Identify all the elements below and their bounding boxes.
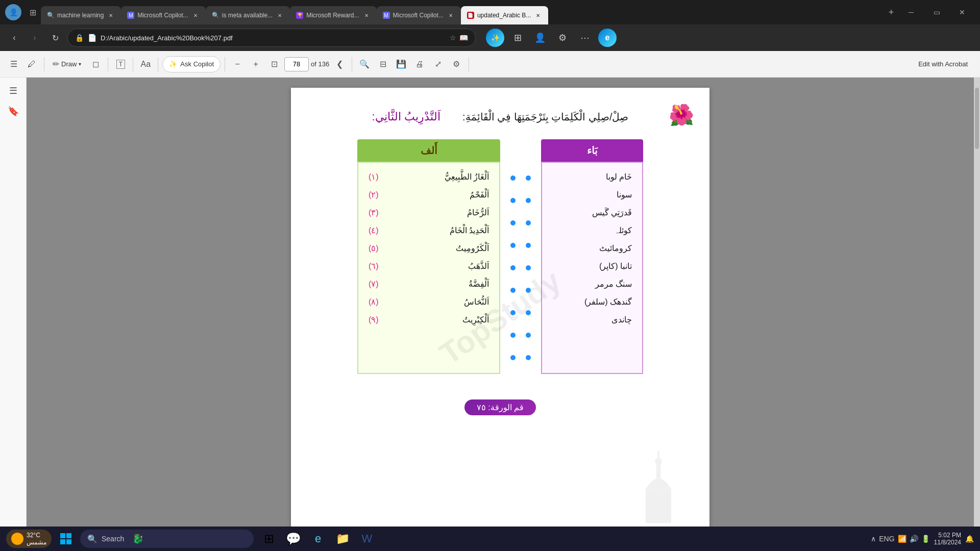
dot-row-5 — [510, 257, 531, 279]
edit-with-acrobat[interactable]: Edit with Acrobat — [912, 60, 974, 68]
expand-button[interactable]: ⤢ — [430, 56, 446, 72]
profile-menu-icon[interactable]: 👤 — [531, 29, 549, 47]
tab-close-2[interactable]: ✕ — [191, 11, 200, 19]
ask-copilot-button[interactable]: ✨ Ask Copilot — [162, 56, 220, 72]
tab-close-1[interactable]: ✕ — [107, 11, 115, 19]
save-button[interactable]: 💾 — [393, 56, 409, 72]
flower-decoration: 🌺 — [669, 103, 694, 127]
sidebar-toggle[interactable]: ☰ — [6, 55, 21, 73]
erase-icon: ◻ — [92, 59, 99, 69]
tab-close-6[interactable]: ✕ — [534, 11, 542, 19]
address-bar[interactable]: 🔒 📄 D:/Arabic/updated_Arabic%20Book%207.… — [67, 29, 476, 47]
taskbar-app-chat[interactable]: 💬 — [282, 528, 305, 550]
copilot-icon[interactable]: ✨ — [486, 29, 504, 47]
col-a-item-8: اَلنُّحَاسُ(٨) — [365, 293, 492, 311]
highlight-tool[interactable]: 🖊 — [23, 55, 40, 73]
page-number-input[interactable] — [284, 57, 309, 71]
maximize-button[interactable]: ▭ — [925, 4, 948, 20]
tab-copilot-1[interactable]: M Microsoft Copilot... ✕ — [121, 6, 205, 24]
zoom-in-button[interactable]: + — [248, 56, 264, 72]
col-a-item-4: اَلْحَدِيدُ الْخَامُ(٤) — [365, 221, 492, 239]
clock-date: 11/8/2024 — [934, 539, 961, 546]
taskbar-app-files[interactable]: 📁 — [331, 528, 354, 550]
new-tab-button[interactable]: + — [883, 4, 899, 20]
instruction-text: صِلْ/صِلِي الْكَلِمَاتِ بِتَرْجَمَتِهَا … — [462, 111, 628, 122]
taskbar-app-browser[interactable]: e — [307, 528, 329, 550]
draw-tool[interactable]: ✏ draw Draw ▾ — [48, 55, 85, 73]
dot-b-1 — [526, 176, 531, 181]
pdf-viewer[interactable]: TopStudy 🌺 صِلْ/صِلِي الْكَلِمَاتِ بِتَر… — [27, 78, 974, 527]
collections-icon[interactable]: ⊞ — [508, 29, 527, 47]
taskbar-app-widgets[interactable]: ⊞ — [258, 528, 280, 550]
toolbar-right: ✨ ⊞ 👤 ⚙ ⋯ e — [486, 29, 617, 47]
notifications-icon[interactable]: 🔔 — [965, 535, 974, 543]
teams-icon: 💬 — [286, 532, 301, 546]
dot-a-6 — [510, 288, 516, 293]
col-b-item-6: تانبا (کاپر) — [549, 257, 635, 275]
dot-row-6 — [510, 279, 531, 302]
search-pdf-button[interactable]: 🔍 — [356, 56, 373, 72]
dot-b-4 — [526, 243, 531, 248]
tab-favicon-5: M — [383, 12, 390, 19]
search-icon: 🔍 — [87, 534, 97, 544]
fit-page-button[interactable]: ⊡ — [266, 56, 282, 72]
lang-icon[interactable]: ENG — [879, 535, 894, 543]
sidebar-icon-bookmark[interactable]: 🔖 — [4, 102, 22, 120]
taskbar-app-word[interactable]: W — [356, 528, 378, 550]
font-tool[interactable]: Aa — [137, 56, 154, 72]
scrollbar[interactable] — [974, 78, 980, 527]
battery-icon[interactable]: 🔋 — [921, 535, 930, 543]
tab-arabic-book[interactable]: 📄 updated_Arabic B... ✕ — [461, 6, 548, 24]
tab-label-4: Microsoft Reward... — [306, 12, 359, 19]
volume-icon[interactable]: 🔊 — [910, 535, 918, 543]
tab-machine-learning[interactable]: 🔍 machine learning ✕ — [41, 6, 121, 24]
start-button[interactable] — [56, 529, 76, 549]
tab-favicon-3: 🔍 — [212, 12, 219, 19]
tab-label-6: updated_Arabic B... — [477, 12, 531, 19]
tab-close-3[interactable]: ✕ — [276, 11, 284, 19]
column-a-header: أَلف — [357, 139, 500, 162]
weather-info: 32°C مشمس — [27, 532, 46, 546]
zoom-out-button[interactable]: − — [229, 56, 246, 72]
tab-label-1: machine learning — [57, 12, 104, 19]
read-icon[interactable]: 📖 — [459, 34, 468, 42]
two-page-button[interactable]: ⊟ — [375, 56, 391, 72]
dot-b-3 — [526, 220, 531, 226]
more-icon[interactable]: ⋯ — [576, 29, 594, 47]
tab-close-5[interactable]: ✕ — [447, 11, 455, 19]
matching-area: بَاء خَام لوبا سونا قَدرَتِي گَيس کوئلہ … — [311, 139, 689, 374]
taskbar-search[interactable]: 🔍 Search 🐉 — [80, 530, 254, 548]
scrollbar-thumb[interactable] — [975, 88, 979, 149]
tab-rewards[interactable]: 🏆 Microsoft Reward... ✕ — [290, 6, 376, 24]
svg-rect-6 — [60, 539, 65, 544]
settings-pdf-button[interactable]: ⚙ — [448, 56, 464, 72]
page-back-button[interactable]: ❮ — [331, 56, 348, 72]
tab-grid-button[interactable]: ⊞ — [24, 4, 41, 20]
mosque-silhouette — [633, 435, 684, 527]
settings-icon[interactable]: ⚙ — [553, 29, 572, 47]
dot-row-8 — [510, 324, 531, 346]
taskbar-clock[interactable]: 5:02 PM 11/8/2024 — [934, 532, 961, 546]
back-button[interactable]: ‹ — [6, 30, 22, 46]
reload-button[interactable]: ↻ — [47, 30, 63, 46]
col-a-item-5: اَلْكَرُومِيتُ(٥) — [365, 239, 492, 257]
print-button[interactable]: 🖨 — [411, 56, 428, 72]
forward-button[interactable]: › — [27, 30, 43, 46]
network-icon[interactable]: 📶 — [898, 535, 906, 543]
tab-close-4[interactable]: ✕ — [362, 11, 371, 19]
text-tool[interactable]: T — [112, 56, 129, 72]
star-icon[interactable]: ☆ — [450, 34, 456, 42]
erase-tool[interactable]: ◻ — [87, 56, 104, 72]
sidebar-icon-menu[interactable]: ☰ — [4, 82, 22, 100]
tab-copilot-2[interactable]: M Microsoft Copilot... ✕ — [377, 6, 461, 24]
minimize-button[interactable]: ─ — [899, 4, 923, 20]
window-controls: ─ ▭ ✕ — [899, 4, 978, 20]
tray-expand-icon[interactable]: ∧ — [871, 535, 876, 543]
close-button[interactable]: ✕ — [950, 4, 974, 20]
weather-widget: 32°C مشمس — [6, 530, 52, 548]
col-b-item-1: خَام لوبا — [549, 168, 635, 186]
profile-icon[interactable]: 👤 — [5, 4, 21, 20]
toolbar-separator-1 — [44, 57, 44, 71]
dot-a-8 — [510, 333, 516, 338]
tab-meta[interactable]: 🔍 is meta available... ✕ — [206, 6, 290, 24]
